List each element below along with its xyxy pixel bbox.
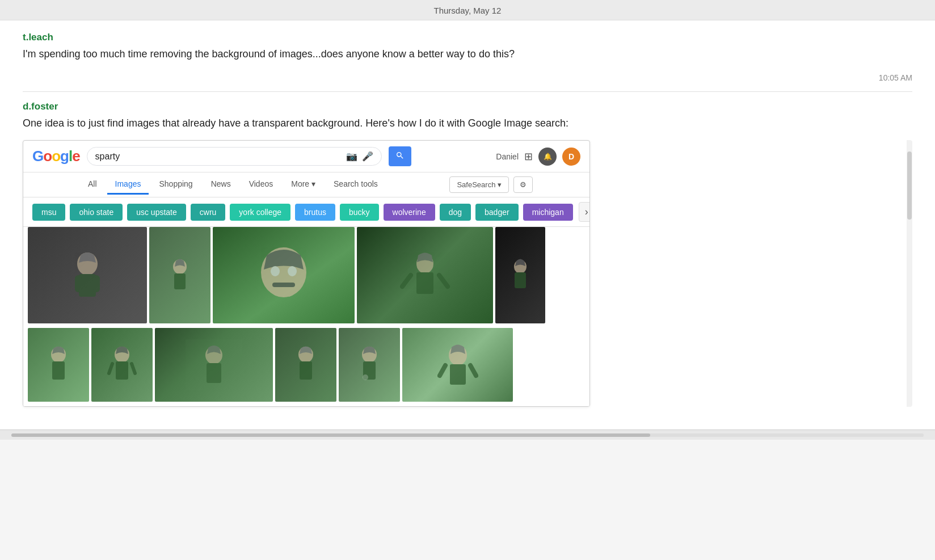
google-embed: Google 📷 🎤 xyxy=(23,140,590,407)
image-section-row2 xyxy=(23,328,589,406)
tab-all[interactable]: All xyxy=(80,175,105,195)
svg-line-20 xyxy=(109,364,112,373)
chips-row: msu ohio state usc upstate cwru york col… xyxy=(23,197,589,227)
horizontal-scroll-thumb xyxy=(11,433,650,437)
svg-point-7 xyxy=(271,266,280,276)
svg-rect-3 xyxy=(93,275,100,292)
message-block-2: d.foster One idea is to just find images… xyxy=(23,101,912,407)
divider-1 xyxy=(23,91,912,92)
image-5[interactable] xyxy=(495,227,545,323)
message-block-1: t.leach I'm spending too much time remov… xyxy=(23,32,912,62)
svg-line-13 xyxy=(439,275,448,287)
page-container: Thursday, May 12 t.leach I'm spending to… xyxy=(0,0,935,560)
svg-rect-31 xyxy=(450,364,466,385)
svg-point-29 xyxy=(363,374,368,380)
nav-right: SafeSearch ▾ ⚙ xyxy=(449,176,533,193)
apps-icon[interactable]: ⊞ xyxy=(524,150,533,163)
logo-o2: o xyxy=(52,148,60,165)
image-10[interactable] xyxy=(339,328,400,402)
search-input[interactable] xyxy=(95,151,342,162)
horizontal-scrollbar[interactable] xyxy=(11,433,924,437)
username-2: d.foster xyxy=(23,101,58,112)
image-9[interactable] xyxy=(275,328,336,402)
image-3[interactable] xyxy=(213,227,355,323)
image-row-2 xyxy=(28,328,585,402)
image-11[interactable] xyxy=(402,328,513,402)
timestamp-1: 10:05 AM xyxy=(23,73,912,82)
image-8[interactable] xyxy=(155,328,273,402)
chip-cwru[interactable]: cwru xyxy=(191,204,226,221)
svg-line-33 xyxy=(470,365,476,376)
chip-dog[interactable]: dog xyxy=(440,204,471,221)
google-embed-wrapper: Google 📷 🎤 xyxy=(23,140,912,407)
svg-point-8 xyxy=(288,266,297,276)
username-1: t.leach xyxy=(23,32,53,43)
image-6[interactable] xyxy=(28,328,89,402)
camera-icon[interactable]: 📷 xyxy=(346,151,357,162)
svg-rect-5 xyxy=(174,273,186,289)
tab-videos[interactable]: Videos xyxy=(241,175,281,195)
chip-bucky[interactable]: bucky xyxy=(340,204,379,221)
settings-button[interactable]: ⚙ xyxy=(513,176,533,193)
logo-o1: o xyxy=(43,148,52,165)
chat-area: t.leach I'm spending too much time remov… xyxy=(0,20,935,430)
chip-msu[interactable]: msu xyxy=(32,204,65,221)
logo-e: e xyxy=(72,148,79,165)
svg-rect-15 xyxy=(515,272,526,288)
chip-usc-upstate[interactable]: usc upstate xyxy=(127,204,186,221)
topbar-right: Daniel ⊞ 🔔 D xyxy=(496,148,580,166)
svg-rect-11 xyxy=(416,272,433,294)
bell-avatar[interactable]: 🔔 xyxy=(538,148,557,166)
chip-next-button[interactable]: › xyxy=(579,202,589,222)
tab-search-tools[interactable]: Search tools xyxy=(326,175,386,195)
svg-line-32 xyxy=(440,365,445,376)
svg-rect-19 xyxy=(116,361,128,380)
image-1[interactable] xyxy=(28,227,147,323)
logo-g: G xyxy=(32,148,43,165)
chip-wolverine[interactable]: wolverine xyxy=(384,204,435,221)
message-header-1: t.leach xyxy=(23,32,912,43)
scroll-thumb xyxy=(907,151,912,220)
svg-rect-24 xyxy=(186,339,242,390)
safe-search-button[interactable]: SafeSearch ▾ xyxy=(449,176,509,193)
svg-line-12 xyxy=(402,275,411,287)
search-bar: 📷 🎤 xyxy=(87,147,382,166)
chip-brutus[interactable]: brutus xyxy=(295,204,335,221)
tab-images[interactable]: Images xyxy=(107,175,149,195)
image-4[interactable] xyxy=(357,227,493,323)
image-section-row1 xyxy=(23,227,589,328)
daniel-label: Daniel xyxy=(496,152,519,161)
tab-news[interactable]: News xyxy=(203,175,239,195)
chip-badger[interactable]: badger xyxy=(475,204,519,221)
tab-more[interactable]: More ▾ xyxy=(283,175,323,195)
message-text-2: One idea is to just find images that alr… xyxy=(23,116,912,131)
message-text-1: I'm spending too much time removing the … xyxy=(23,47,912,62)
date-text: Thursday, May 12 xyxy=(434,6,502,15)
svg-rect-17 xyxy=(52,361,65,380)
svg-rect-26 xyxy=(300,361,312,380)
message-header-2: d.foster xyxy=(23,101,912,112)
google-nav: All Images Shopping News Videos More ▾ S… xyxy=(23,172,589,197)
svg-line-21 xyxy=(132,364,135,373)
google-logo: Google xyxy=(32,148,80,165)
user-avatar[interactable]: D xyxy=(562,148,580,166)
svg-rect-2 xyxy=(75,275,82,292)
image-row-1 xyxy=(28,227,585,323)
image-2[interactable] xyxy=(149,227,210,323)
user-initial: D xyxy=(568,152,574,161)
safe-search-label: SafeSearch ▾ xyxy=(457,180,502,189)
date-bar: Thursday, May 12 xyxy=(0,0,935,20)
search-button[interactable] xyxy=(389,146,411,166)
chip-york-college[interactable]: york college xyxy=(230,204,290,221)
image-7[interactable] xyxy=(91,328,153,402)
chip-ohio-state[interactable]: ohio state xyxy=(70,204,123,221)
svg-rect-9 xyxy=(272,283,295,287)
google-topbar: Google 📷 🎤 xyxy=(23,141,589,172)
tab-shopping[interactable]: Shopping xyxy=(151,175,200,195)
scrollbar[interactable] xyxy=(907,140,912,407)
chip-michigan[interactable]: michigan xyxy=(523,204,573,221)
logo-g2: g xyxy=(60,148,69,165)
bottom-bar xyxy=(0,430,935,440)
mic-icon[interactable]: 🎤 xyxy=(362,151,373,162)
